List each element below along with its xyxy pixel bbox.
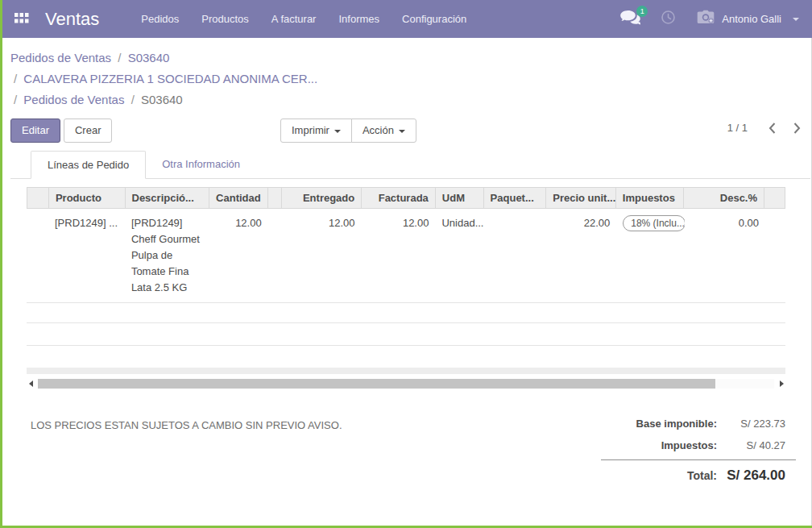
scrollbar-track[interactable]	[38, 379, 774, 389]
tab-lineas-de-pedido[interactable]: Líneas de Pedido	[31, 151, 146, 179]
pager-count: 1 / 1	[727, 122, 748, 134]
cell-descuento[interactable]: 0.00	[685, 209, 765, 302]
tax-badge[interactable]: 18% (Inclu...	[623, 215, 685, 231]
order-lines-table: Producto Descripció... Cantidad Entregad…	[27, 187, 785, 374]
app-title[interactable]: Ventas	[45, 9, 99, 30]
action-buttons: Imprimir Acción	[280, 118, 416, 143]
header-producto[interactable]: Producto	[49, 188, 126, 208]
cell-precio-unitario[interactable]: 22.00	[546, 209, 616, 302]
impuestos-row: Impuestos: S/ 40.27	[601, 434, 796, 456]
breadcrumb-line-2: / CALAVERA PIZZERIA 1 SOCIEDAD ANONIMA C…	[10, 69, 812, 89]
empty-table-row	[27, 303, 785, 323]
header-cantidad[interactable]: Cantidad	[209, 188, 268, 208]
header-udm[interactable]: UdM	[436, 188, 484, 208]
header-paquete[interactable]: Paquet...	[484, 188, 547, 208]
base-imponible-row: Base imponible: S/ 223.73	[601, 413, 796, 434]
header-precio-unitario[interactable]: Precio unit...	[546, 188, 616, 208]
base-imponible-label: Base imponible:	[636, 413, 717, 434]
cell-cantidad[interactable]: 12.00	[209, 209, 268, 302]
breadcrumb-s03640-1[interactable]: S03640	[128, 51, 170, 64]
pager-previous-button[interactable]	[768, 123, 776, 134]
scroll-right-button[interactable]	[777, 380, 785, 387]
cell-entregado[interactable]: 12.00	[281, 209, 362, 302]
menu-a-facturar[interactable]: A facturar	[260, 0, 328, 38]
avatar-camera-icon	[696, 10, 715, 28]
row-handle-cell	[27, 209, 48, 302]
chevron-left-icon	[768, 123, 776, 134]
cell-trailing	[765, 209, 785, 302]
control-panel: Editar Crear Imprimir Acción 1 / 1	[2, 110, 812, 151]
record-buttons: Editar Crear	[10, 118, 112, 143]
pager-next-button[interactable]	[793, 123, 801, 134]
base-imponible-value: S/ 223.73	[717, 413, 796, 434]
cell-udm[interactable]: Unidad...	[435, 209, 483, 302]
breadcrumb-separator: /	[114, 51, 124, 64]
menu-pedidos[interactable]: Pedidos	[130, 0, 190, 38]
cell-spacer	[268, 209, 281, 302]
header-descripcion[interactable]: Descripció...	[126, 188, 210, 208]
chevron-right-icon	[793, 123, 801, 134]
scrollbar-thumb[interactable]	[38, 379, 715, 389]
totals-divider	[601, 459, 796, 460]
table-row[interactable]: [PRD1249] ... [PRD1249] Cheff Gourmet Pu…	[27, 209, 785, 303]
cell-paquete[interactable]	[483, 209, 546, 302]
chevron-down-icon	[793, 18, 799, 21]
table-header-row: Producto Descripció... Cantidad Entregad…	[27, 187, 785, 209]
action-dropdown-button[interactable]: Acción	[351, 118, 416, 143]
header-handle	[27, 188, 49, 208]
breadcrumb-line-3: / Pedidos de Ventas / S03640	[10, 89, 812, 110]
cell-producto[interactable]: [PRD1249] ...	[48, 209, 125, 302]
header-spacer	[268, 188, 282, 208]
header-facturada[interactable]: Facturada	[362, 188, 436, 208]
top-navbar: Ventas Pedidos Productos A facturar Info…	[2, 0, 812, 38]
empty-table-row	[27, 346, 785, 368]
breadcrumb-current-s03640: S03640	[141, 93, 183, 106]
total-label: Total:	[687, 465, 717, 487]
menu-configuracion[interactable]: Configuración	[391, 0, 478, 38]
cell-impuestos[interactable]: 18% (Inclu...	[616, 209, 685, 302]
menu-productos[interactable]: Productos	[190, 0, 260, 38]
breadcrumb-pedidos-de-ventas-2[interactable]: Pedidos de Ventas	[23, 93, 124, 106]
impuestos-label: Impuestos:	[661, 434, 717, 456]
caret-down-icon	[399, 130, 405, 133]
impuestos-value: S/ 40.27	[717, 434, 796, 456]
breadcrumb-separator: /	[128, 93, 138, 106]
header-entregado[interactable]: Entregado	[282, 188, 362, 208]
cell-facturada[interactable]: 12.00	[362, 209, 436, 302]
menu-informes[interactable]: Informes	[327, 0, 391, 38]
breadcrumb: Pedidos de Ventas / S03640 / CALAVERA PI…	[2, 38, 812, 110]
triangle-right-icon	[780, 380, 784, 387]
notebook-tabs: Líneas de Pedido Otra Información	[10, 151, 810, 179]
header-descuento[interactable]: Desc.%	[684, 188, 764, 208]
messages-count-badge: 1	[636, 6, 648, 17]
breadcrumb-customer[interactable]: CALAVERA PIZZERIA 1 SOCIEDAD ANONIMA CER…	[23, 72, 317, 85]
main-menu: Pedidos Productos A facturar Informes Co…	[130, 0, 478, 38]
breadcrumb-pedidos-de-ventas-1[interactable]: Pedidos de Ventas	[10, 51, 111, 64]
header-impuestos[interactable]: Impuestos	[616, 188, 685, 208]
print-dropdown-button[interactable]: Imprimir	[280, 118, 352, 143]
app-window: Ventas Pedidos Productos A facturar Info…	[0, 0, 812, 528]
apps-menu-button[interactable]	[10, 0, 34, 38]
navbar-right: 1 Antonio Galli	[620, 10, 799, 28]
breadcrumb-line-1: Pedidos de Ventas / S03640	[10, 48, 812, 69]
triangle-left-icon	[29, 380, 33, 387]
breadcrumb-separator: /	[10, 93, 20, 106]
edit-button[interactable]: Editar	[10, 118, 60, 143]
create-button[interactable]: Crear	[64, 118, 113, 143]
horizontal-scrollbar[interactable]	[27, 378, 785, 389]
tab-otra-informacion[interactable]: Otra Información	[146, 151, 256, 178]
price-notice-text: LOS PRECIOS ESTAN SUJETOS A CAMBIO SIN P…	[31, 419, 342, 487]
cell-descripcion[interactable]: [PRD1249] Cheff Gourmet Pulpa de Tomate …	[125, 209, 209, 302]
pager: 1 / 1	[727, 122, 801, 134]
apps-grid-icon	[14, 12, 29, 27]
scroll-left-button[interactable]	[27, 380, 35, 387]
activity-clock-button[interactable]	[661, 10, 675, 27]
total-row: Total: S/ 264.00	[601, 464, 796, 487]
header-trailing	[764, 188, 785, 208]
sheet-footer: LOS PRECIOS ESTAN SUJETOS A CAMBIO SIN P…	[2, 389, 812, 487]
messages-button[interactable]: 1	[620, 10, 640, 28]
total-value: S/ 264.00	[717, 464, 796, 486]
user-menu[interactable]: Antonio Galli	[696, 10, 799, 28]
user-name: Antonio Galli	[722, 13, 781, 25]
caret-down-icon	[334, 130, 341, 133]
